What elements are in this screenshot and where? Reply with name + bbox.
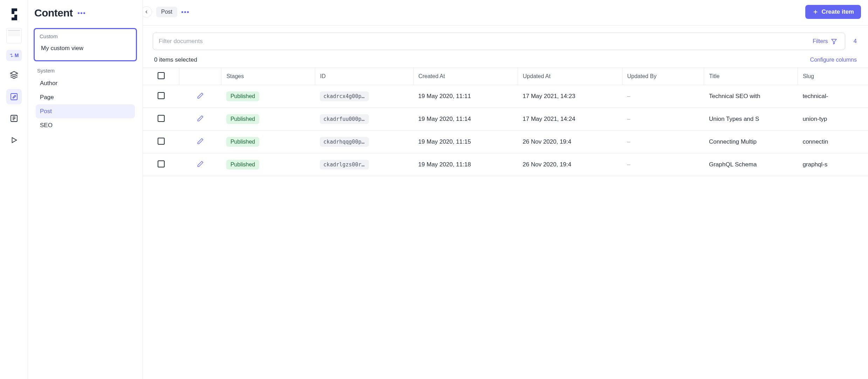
back-button[interactable]: [143, 6, 152, 18]
layers-icon: [10, 71, 18, 79]
title-cell: Union Types and S: [704, 108, 798, 131]
col-title[interactable]: Title: [704, 68, 798, 85]
svg-marker-6: [832, 39, 836, 44]
chevron-left-icon: [144, 9, 149, 14]
rail-item-play[interactable]: [6, 132, 22, 148]
svg-marker-3: [12, 138, 16, 143]
rail-item-layers[interactable]: [6, 67, 22, 83]
id-chip[interactable]: ckadrcx4g00p...: [320, 91, 369, 101]
rail-env-letter: M: [15, 53, 19, 58]
edit-square-icon: [10, 92, 18, 101]
sidebar-model-item[interactable]: SEO: [36, 118, 135, 132]
updated-at: 26 Nov 2020, 19:4: [518, 153, 622, 176]
row-checkbox[interactable]: [158, 115, 165, 122]
system-group: System AuthorPagePostSEO: [34, 68, 137, 132]
create-item-label: Create item: [821, 8, 854, 15]
create-item-button[interactable]: Create item: [805, 5, 861, 19]
breadcrumb[interactable]: Post: [156, 7, 177, 17]
table-row: Publishedckadrfuu000p...19 May 2020, 11:…: [143, 108, 868, 131]
col-updated[interactable]: Updated At: [518, 68, 622, 85]
play-icon: [10, 136, 18, 144]
edit-icon[interactable]: [197, 138, 204, 145]
slug-cell: connectin: [798, 131, 868, 153]
updated-at: 17 May 2021, 14:24: [518, 108, 622, 131]
system-group-label: System: [36, 68, 135, 74]
rail-env-badge[interactable]: M: [6, 50, 22, 61]
table-row: Publishedckadrhqqg00p...19 May 2020, 11:…: [143, 131, 868, 153]
updated-by: –: [622, 108, 704, 131]
updated-by: –: [622, 85, 704, 108]
title-cell: Technical SEO with: [704, 85, 798, 108]
col-slug[interactable]: Slug: [798, 68, 868, 85]
custom-group-label: Custom: [40, 33, 131, 39]
sidebar-model-item[interactable]: Page: [36, 90, 135, 104]
rail-item-content[interactable]: [6, 89, 22, 104]
rail-preview-thumb[interactable]: [6, 28, 22, 43]
table-row: Publishedckadrlgzs00rw...19 May 2020, 11…: [143, 153, 868, 176]
slug-cell: technical-: [798, 85, 868, 108]
result-count: 4: [852, 38, 858, 45]
slug-cell: graphql-s: [798, 153, 868, 176]
select-all-checkbox[interactable]: [158, 72, 165, 79]
created-at: 19 May 2020, 11:14: [413, 108, 518, 131]
created-at: 19 May 2020, 11:18: [413, 153, 518, 176]
slug-cell: union-typ: [798, 108, 868, 131]
page-title: Content: [34, 7, 73, 19]
updated-by: –: [622, 131, 704, 153]
title-cell: GraphQL Schema: [704, 153, 798, 176]
logo: [8, 7, 20, 22]
gallery-icon: [10, 114, 18, 123]
id-chip[interactable]: ckadrhqqg00p...: [320, 137, 369, 147]
col-updated-by[interactable]: Updated By: [622, 68, 704, 85]
row-checkbox[interactable]: [158, 160, 165, 167]
plus-icon: [812, 9, 819, 15]
custom-views-group: Custom My custom view: [34, 28, 137, 61]
filters-label: Filters: [813, 38, 828, 44]
toolbar: Filters 4 0 items selected Configure col…: [143, 26, 868, 68]
stage-badge: Published: [226, 160, 259, 170]
row-checkbox[interactable]: [158, 92, 165, 99]
col-stages[interactable]: Stages: [221, 68, 315, 85]
edit-icon[interactable]: [197, 115, 204, 122]
sidebar-custom-item[interactable]: My custom view: [40, 43, 131, 54]
id-chip[interactable]: ckadrlgzs00rw...: [320, 160, 369, 170]
sidebar-model-item[interactable]: Post: [36, 104, 135, 118]
configure-columns-link[interactable]: Configure columns: [810, 57, 857, 63]
edit-icon[interactable]: [197, 92, 204, 99]
selected-count: 0 items selected: [154, 56, 197, 63]
filter-input-wrap[interactable]: Filters: [153, 33, 845, 50]
rail-item-assets[interactable]: [6, 111, 22, 126]
more-menu-icon[interactable]: [78, 12, 85, 14]
table-row: Publishedckadrcx4g00p...19 May 2020, 11:…: [143, 85, 868, 108]
updated-at: 26 Nov 2020, 19:4: [518, 131, 622, 153]
updated-by: –: [622, 153, 704, 176]
sidebar: Content Custom My custom view System Aut…: [28, 0, 143, 379]
title-cell: Connecting Multip: [704, 131, 798, 153]
nav-rail: M: [0, 0, 28, 379]
id-chip[interactable]: ckadrfuu000p...: [320, 114, 369, 124]
updated-at: 17 May 2021, 14:23: [518, 85, 622, 108]
col-id[interactable]: ID: [315, 68, 413, 85]
svg-marker-0: [11, 71, 18, 75]
main: Post Create item Filters 4 0 it: [143, 0, 868, 379]
breadcrumb-more-icon[interactable]: [181, 11, 189, 13]
edit-icon[interactable]: [197, 160, 204, 167]
filter-icon: [831, 38, 837, 44]
table: Stages ID Created At Updated At Updated …: [143, 68, 868, 176]
row-checkbox[interactable]: [158, 138, 165, 145]
topbar: Post Create item: [143, 0, 868, 26]
filter-input[interactable]: [159, 38, 813, 45]
stage-badge: Published: [226, 91, 259, 101]
created-at: 19 May 2020, 11:15: [413, 131, 518, 153]
created-at: 19 May 2020, 11:11: [413, 85, 518, 108]
stage-badge: Published: [226, 114, 259, 124]
sidebar-model-item[interactable]: Author: [36, 76, 135, 90]
stage-badge: Published: [226, 137, 259, 147]
col-created[interactable]: Created At: [413, 68, 518, 85]
filters-button[interactable]: Filters: [813, 38, 839, 44]
